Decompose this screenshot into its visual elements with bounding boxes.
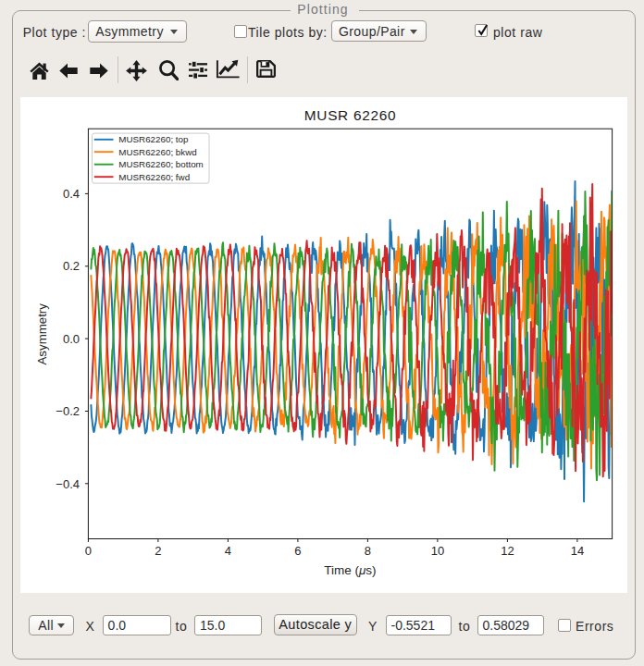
svg-text:Time (μs): Time (μs) — [324, 562, 376, 576]
svg-text:4: 4 — [225, 544, 231, 558]
svg-text:6: 6 — [294, 544, 301, 558]
svg-text:14: 14 — [571, 544, 584, 558]
svg-text:12: 12 — [501, 544, 514, 558]
svg-text:−0.4: −0.4 — [56, 476, 80, 490]
svg-text:10: 10 — [431, 544, 444, 558]
svg-text:MUSR62260; top: MUSR62260; top — [118, 134, 189, 144]
svg-text:MUSR 62260: MUSR 62260 — [304, 106, 396, 122]
svg-text:0.4: 0.4 — [63, 187, 80, 201]
svg-text:MUSR62260; bottom: MUSR62260; bottom — [118, 159, 203, 169]
svg-text:Asymmetry: Asymmetry — [35, 302, 49, 364]
svg-text:−0.2: −0.2 — [56, 404, 80, 418]
svg-text:0.0: 0.0 — [63, 331, 80, 345]
svg-text:MUSR62260; fwd: MUSR62260; fwd — [118, 171, 190, 181]
svg-text:0.2: 0.2 — [63, 259, 80, 273]
svg-text:2: 2 — [155, 544, 161, 558]
svg-text:8: 8 — [365, 544, 371, 558]
svg-text:MUSR62260; bkwd: MUSR62260; bkwd — [118, 146, 196, 156]
svg-text:0: 0 — [85, 544, 92, 558]
